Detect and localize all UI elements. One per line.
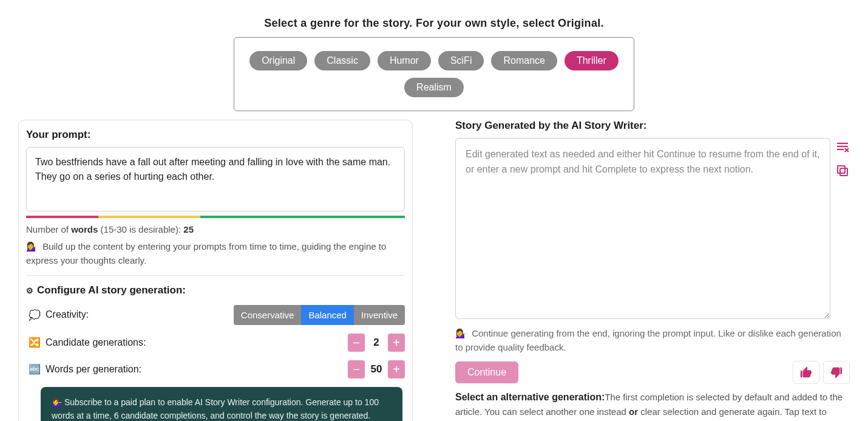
candidates-label: Candidate generations:: [46, 337, 146, 348]
words-label: Words per generation:: [46, 364, 141, 375]
words-increment[interactable]: +: [388, 360, 405, 378]
words-stepper: − 50 +: [348, 360, 405, 378]
tip-emoji-icon: 💁‍♀️: [26, 239, 38, 253]
candidates-icon: 🔀: [29, 337, 41, 348]
genre-chip-thriller[interactable]: Thriller: [565, 51, 619, 70]
genre-header: Select a genre for the story. For your o…: [18, 0, 850, 37]
clear-lines-icon[interactable]: [835, 140, 850, 155]
words-row: 🔤 Words per generation: − 50 +: [26, 360, 405, 378]
prompt-title: Your prompt:: [26, 129, 405, 141]
genre-chip-romance[interactable]: Romance: [491, 51, 557, 70]
config-heading: Configure AI story generation:: [26, 284, 405, 296]
output-title: Story Generated by the AI Story Writer:: [455, 120, 850, 132]
word-count-meter: [26, 216, 405, 218]
genre-chip-classic[interactable]: Classic: [314, 51, 370, 70]
upsell-emoji-icon: 💁‍♀️: [52, 397, 62, 407]
svg-rect-5: [840, 168, 847, 176]
candidates-row: 🔀 Candidate generations: − 2 +: [26, 334, 405, 352]
thumbs-down-button[interactable]: [823, 361, 850, 384]
thumbs-up-button[interactable]: [793, 361, 819, 384]
word-count-info: Number of words (15-30 is desirable): 25: [26, 224, 405, 234]
continue-tip: 💁‍♀️ Continue generating from the end, i…: [455, 326, 850, 355]
genre-chip-humor[interactable]: Humor: [378, 51, 431, 70]
candidates-increment[interactable]: +: [388, 334, 405, 352]
divider: [26, 275, 405, 276]
creativity-icon: 💭: [29, 309, 41, 321]
creativity-option-conservative[interactable]: Conservative: [234, 305, 302, 325]
words-decrement[interactable]: −: [348, 360, 365, 378]
gear-icon: [26, 284, 33, 296]
tip-emoji-icon: 💁‍♀️: [455, 326, 467, 340]
continue-button[interactable]: Continue: [455, 361, 518, 383]
genre-chip-realism[interactable]: Realism: [404, 78, 464, 97]
candidates-value: 2: [368, 337, 384, 349]
svg-rect-6: [838, 166, 845, 173]
creativity-segmented: ConservativeBalancedInventive: [234, 305, 405, 325]
genre-chip-original[interactable]: Original: [249, 51, 307, 70]
copy-icon[interactable]: [835, 163, 850, 178]
prompt-card: Your prompt: Number of words (15-30 is d…: [18, 120, 413, 421]
words-value: 50: [368, 363, 384, 375]
words-icon: 🔤: [29, 363, 41, 375]
creativity-option-inventive[interactable]: Inventive: [354, 305, 405, 325]
alternative-generation-help: Select an alternative generation:The fir…: [455, 390, 850, 422]
creativity-row: 💭 Creativity: ConservativeBalancedInvent…: [26, 305, 405, 325]
creativity-option-balanced[interactable]: Balanced: [301, 305, 354, 325]
prompt-tip: 💁‍♀️ Build up the content by entering yo…: [26, 239, 405, 268]
output-textarea[interactable]: [455, 138, 830, 319]
candidates-decrement[interactable]: −: [348, 334, 365, 352]
genre-chip-scifi[interactable]: SciFi: [438, 51, 484, 70]
candidates-stepper: − 2 +: [348, 334, 405, 352]
creativity-label: Creativity:: [46, 309, 89, 320]
prompt-input[interactable]: [26, 147, 405, 211]
genre-selector: OriginalClassicHumorSciFiRomanceThriller…: [234, 37, 634, 111]
upsell-banner: 💁‍♀️ Subscribe to a paid plan to enable …: [41, 387, 402, 422]
